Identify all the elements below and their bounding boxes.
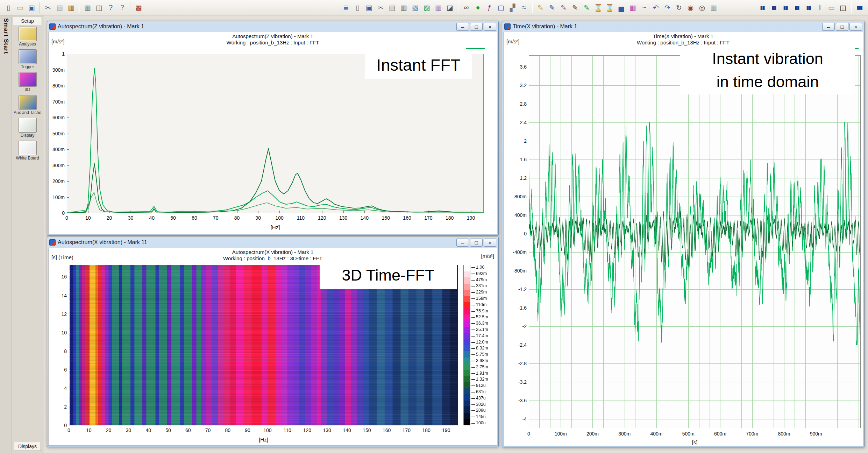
insert-fixed-icon[interactable]: ✎	[547, 2, 557, 13]
new-sheet-icon[interactable]: ▯	[352, 2, 363, 13]
maximize-button[interactable]: □	[470, 239, 483, 247]
meter-display-6-icon[interactable]: ▮▮▮	[854, 2, 865, 13]
maximize-button[interactable]: □	[836, 23, 848, 31]
meter-display-3-icon[interactable]: ▮▮	[780, 2, 791, 13]
smart-start-strip[interactable]: Smart Start	[0, 15, 12, 453]
window-time-x[interactable]: Time(X vibration) - Mark 1 – □ × Time(X …	[502, 21, 865, 447]
tick-label: 50	[165, 427, 171, 433]
copy-icon[interactable]: ▤	[54, 2, 65, 13]
meter-display-4-icon[interactable]: ▮▮	[791, 2, 802, 13]
replay-icon[interactable]: ↻	[674, 2, 684, 13]
tick-label: 60	[192, 215, 197, 221]
save-workbook-icon[interactable]: ▣	[364, 2, 375, 13]
chart-title: Time(X vibration) - Mark 1	[504, 33, 863, 39]
close-button[interactable]: ×	[484, 23, 496, 31]
function-icon[interactable]: ƒ	[484, 2, 495, 13]
tab-setup[interactable]: Setup	[13, 16, 42, 25]
tick-label: 4	[48, 385, 67, 391]
record-icon[interactable]: ◉	[685, 2, 696, 13]
context-help-icon[interactable]: ?	[117, 2, 128, 13]
save-icon[interactable]: ▣	[26, 2, 37, 13]
close-button[interactable]: ×	[484, 239, 496, 247]
insert-table-icon[interactable]: ▦	[433, 2, 444, 13]
sidebar-item-trigger[interactable]: Trigger	[13, 49, 42, 69]
screen-capture-icon[interactable]: ▩	[133, 2, 144, 13]
insert-marker-icon[interactable]: ✎	[581, 2, 592, 13]
open-folder-icon[interactable]: ▭	[15, 2, 26, 13]
tick-label: 110	[297, 215, 305, 221]
tick-label: 2	[506, 138, 527, 144]
tick-label: -1.6	[506, 305, 527, 311]
tick-label: -3.2	[506, 379, 527, 385]
signal-icon[interactable]: ~	[639, 2, 650, 13]
link-icon[interactable]: ∞	[461, 2, 472, 13]
insert-manual-icon[interactable]: ✎	[558, 2, 569, 13]
tick-label: 0	[48, 423, 67, 428]
close-button[interactable]: ×	[849, 23, 862, 31]
insert-report-icon[interactable]: ▨	[421, 2, 432, 13]
meter-display-2-icon[interactable]: ▮▮	[768, 2, 779, 13]
cursor-tool-icon[interactable]: I	[814, 2, 825, 13]
layout-tool-icon[interactable]: ◫	[838, 2, 848, 13]
tick-label: 20	[106, 427, 112, 433]
standby-icon[interactable]: ◎	[697, 2, 707, 13]
print-preview-icon[interactable]: ◫	[94, 2, 105, 13]
minimize-button[interactable]: –	[456, 239, 469, 247]
minimize-button[interactable]: –	[456, 23, 469, 31]
timer-alarm-icon[interactable]: ⌛	[604, 2, 615, 13]
help-icon[interactable]: ?	[105, 2, 116, 13]
insert-stop-icon[interactable]: ✎	[570, 2, 581, 13]
tick-label: 90	[256, 215, 261, 221]
cut2-icon[interactable]: ✂	[375, 2, 386, 13]
window-autospectrum-x-3d[interactable]: Autospectrum(X vibration) - Mark 11 – □ …	[47, 237, 499, 447]
color-map-icon[interactable]: ▦	[627, 2, 638, 13]
sidebar-item-analyses[interactable]: Analyses	[13, 27, 42, 47]
legend-tick	[471, 348, 475, 349]
maximize-button[interactable]: □	[470, 23, 483, 31]
paste-icon[interactable]: ▥	[66, 2, 77, 13]
monitor-icon[interactable]: ▢	[496, 2, 506, 13]
cut-icon[interactable]: ✂	[43, 2, 54, 13]
legend-value: 36.3m	[476, 321, 488, 326]
print-icon[interactable]: ▦	[82, 2, 93, 13]
open-workbook-icon[interactable]: ≣	[341, 2, 351, 13]
tick-label: 2.8	[506, 101, 527, 107]
sidebar-item-display[interactable]: Display	[13, 118, 42, 138]
time-canvas[interactable]	[529, 55, 861, 428]
redo-icon[interactable]: ↷	[662, 2, 673, 13]
connect-icon[interactable]: ≈	[519, 2, 529, 13]
schedule-icon[interactable]: ▦	[708, 2, 719, 13]
time-plot[interactable]	[529, 55, 861, 428]
window-autospectrum-z[interactable]: Autospectrum(Z vibration) - Mark 1 – □ ×…	[47, 21, 499, 236]
print-sheet-icon[interactable]: ◪	[444, 2, 455, 13]
titlebar[interactable]: Autospectrum(X vibration) - Mark 11 – □ …	[47, 237, 498, 248]
whiteboard-tool-icon[interactable]: ▭	[826, 2, 837, 13]
tab-displays[interactable]: Displays	[14, 442, 41, 451]
new-document-icon[interactable]: ▯	[3, 2, 14, 13]
insert-sheet-icon[interactable]: ▧	[410, 2, 421, 13]
sidebar-item-3d[interactable]: 3D	[13, 72, 42, 92]
online-icon[interactable]: ●	[472, 2, 483, 13]
tick-label: -3.6	[506, 398, 527, 403]
chart-display-icon[interactable]: ▅	[616, 2, 627, 13]
sidebar-item-white-board[interactable]: White Board	[13, 141, 42, 161]
copy2-icon[interactable]: ▤	[387, 2, 398, 13]
minimize-button[interactable]: –	[822, 23, 835, 31]
titlebar[interactable]: Time(X vibration) - Mark 1 – □ ×	[502, 21, 864, 32]
insert-auto-icon[interactable]: ✎	[535, 2, 546, 13]
tick-label: 8	[48, 348, 67, 354]
sidebar-item-aux-and-tacho[interactable]: Aux and Tacho	[13, 95, 42, 115]
tick-label: 80	[225, 427, 230, 433]
undo-icon[interactable]: ↶	[650, 2, 661, 13]
timer-icon[interactable]: ⌛	[593, 2, 604, 13]
colorbar	[463, 265, 470, 425]
organizer-icon[interactable]: ▞	[507, 2, 518, 13]
titlebar[interactable]: Autospectrum(Z vibration) - Mark 1 – □ ×	[47, 21, 498, 32]
meter-display-1-icon[interactable]: ▮▮	[757, 2, 768, 13]
toolbar-separator	[851, 2, 852, 13]
meter-display-5-icon[interactable]: ▮▮	[803, 2, 814, 13]
legend-tick	[471, 410, 475, 411]
legend-value: 3.98m	[476, 358, 488, 363]
tick-label: 80	[234, 215, 240, 221]
paste2-icon[interactable]: ▥	[398, 2, 409, 13]
